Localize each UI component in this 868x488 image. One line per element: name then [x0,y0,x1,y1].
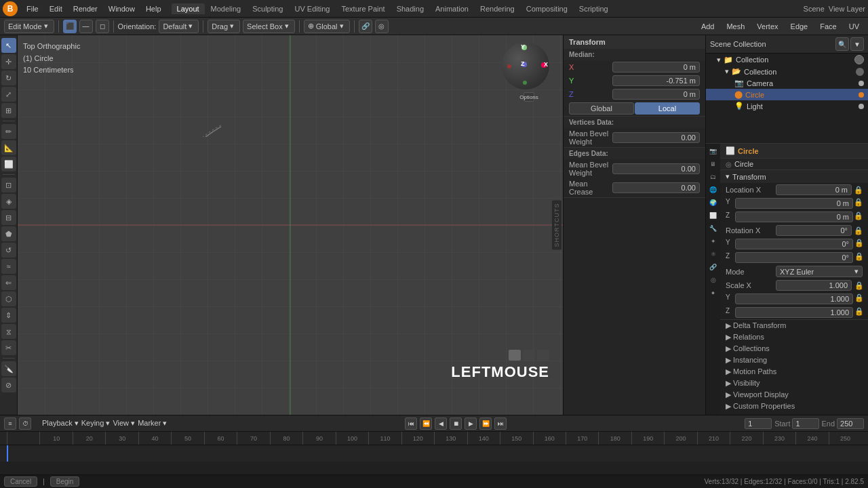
viewport[interactable]: Top Orthographic (1) Circle 10 Centimete… [18,35,563,415]
view-dropdown[interactable]: View ▾ [113,419,135,428]
viewport-nav-gizmo[interactable]: X Y Z Options [502,42,556,96]
annotate-icon[interactable]: ✏ [1,124,16,139]
tab-animation[interactable]: Animation [430,3,474,14]
step-forward-btn[interactable]: ⏩ [479,418,492,430]
mean-bevel-weight2-value[interactable]: 0.00 [612,163,700,174]
step-back-btn[interactable]: ⏪ [420,418,432,430]
data-props-icon[interactable]: ◎ [707,274,719,286]
jump-end-btn[interactable]: ⏭ [494,418,507,430]
mesh-menu-mesh[interactable]: Mesh [722,21,749,32]
rotate-tool-icon[interactable]: ↻ [1,70,16,85]
view-layer-props-icon[interactable]: 🗂 [707,171,719,183]
y-coord-value[interactable]: -0.751 m [612,75,700,86]
prop-section-7[interactable]: ▶ Custom Properties [720,401,868,412]
play-back-btn[interactable]: ◀ [435,418,447,430]
tab-rendering[interactable]: Rendering [475,3,520,14]
material-props-icon[interactable]: ● [707,287,719,299]
menu-render[interactable]: Render [68,3,102,14]
mesh-menu-uv[interactable]: UV [844,21,864,32]
col-eye-icon[interactable] [856,68,864,76]
mesh-select-edge-btn[interactable]: — [79,20,93,33]
outliner-filter-icon[interactable]: ▼ [850,37,864,51]
knife-icon[interactable]: 🔪 [1,361,16,376]
drag-dropdown[interactable]: Drag ▾ [208,20,240,33]
poly-build-icon[interactable]: ⬟ [1,226,16,241]
scale-x-value[interactable]: 1.000 [776,280,852,291]
object-props-icon[interactable]: ⬜ [707,209,719,222]
mesh-select-face-btn[interactable]: ◻ [96,20,109,33]
mean-crease-value[interactable]: 0.00 [612,182,700,193]
tab-sculpting[interactable]: Sculpting [247,3,288,14]
loc-y-lock-icon[interactable]: 🔒 [854,198,863,206]
modifier-props-icon[interactable]: 🔧 [707,222,719,235]
render-props-icon[interactable]: 📷 [707,145,719,157]
scale-y-lock-icon[interactable]: 🔒 [854,293,863,302]
particles-props-icon[interactable]: ✦ [707,235,719,247]
prop-section-5[interactable]: ▶ Visibility [720,378,868,389]
outliner-item-light[interactable]: 💡 Light [706,100,868,112]
prop-section-1[interactable]: ▶ Relations [720,331,868,343]
rot-x-lock-icon[interactable]: 🔒 [854,226,863,235]
tab-modeling[interactable]: Modeling [205,3,247,14]
begin-button[interactable]: Begin [50,476,80,487]
outliner-item-scene-collection[interactable]: ▾ 📁 Collection [706,54,868,66]
loop-cut-icon[interactable]: ⊟ [1,210,16,225]
snap-btn[interactable]: 🔗 [359,20,372,33]
tab-layout[interactable]: Layout [172,3,205,14]
timeline-time-icon[interactable]: ⏱ [19,418,31,430]
global-dropdown[interactable]: ⊕ Global ▾ [304,20,350,33]
mesh-menu-vertex[interactable]: Vertex [752,21,783,32]
shear-icon[interactable]: ⧖ [1,324,16,339]
loc-y-value[interactable]: 0 m [735,198,853,209]
rot-z-lock-icon[interactable]: 🔒 [854,252,863,260]
output-props-icon[interactable]: 🖥 [707,158,719,170]
physics-props-icon[interactable]: ⚛ [707,248,719,260]
timeline-track[interactable] [0,445,868,462]
edit-mode-dropdown[interactable]: Edit Mode ▾ [4,20,54,33]
scale-x-lock-icon[interactable]: 🔒 [854,281,863,289]
mesh-menu-face[interactable]: Face [815,21,841,32]
play-btn[interactable]: ▶ [465,418,477,430]
menu-edit[interactable]: Edit [45,3,67,14]
z-coord-value[interactable]: 0 m [612,89,700,100]
mean-bevel-weight1-value[interactable]: 0.00 [612,132,700,143]
shrink-fatten-icon[interactable]: ⬡ [1,291,16,306]
jump-start-btn[interactable]: ⏮ [405,418,417,430]
loc-z-value[interactable]: 0 m [735,211,853,222]
constraints-props-icon[interactable]: 🔗 [707,261,719,273]
scale-z-lock-icon[interactable]: 🔒 [854,307,863,315]
scale-z-value[interactable]: 1.000 [735,307,853,318]
push-pull-icon[interactable]: ⇕ [1,308,16,323]
move-tool-icon[interactable]: ✛ [1,54,16,69]
outliner-item-collection[interactable]: ▾ 📂 Collection [706,66,868,77]
tab-uv-editing[interactable]: UV Editing [289,3,335,14]
loc-x-value[interactable]: 0 m [776,184,852,195]
loc-z-lock-icon[interactable]: 🔒 [854,211,863,220]
edge-slide-icon[interactable]: ⇐ [1,275,16,290]
tab-scripting[interactable]: Scripting [574,3,614,14]
mesh-select-vert-btn[interactable]: ⬛ [63,20,77,33]
rot-y-value[interactable]: 0° [735,239,853,249]
end-frame-field[interactable]: 250 [837,418,864,429]
rot-z-value[interactable]: 0° [735,252,853,263]
prop-section-0[interactable]: ▶ Delta Transform [720,320,868,331]
cursor-tool-icon[interactable]: ↖ [1,38,16,53]
local-space-btn[interactable]: Local [635,102,700,115]
measure-icon[interactable]: 📐 [1,140,16,155]
prop-section-4[interactable]: ▶ Motion Paths [720,366,868,378]
proportional-edit-btn[interactable]: ◎ [375,20,389,33]
tab-texture-paint[interactable]: Texture Paint [336,3,390,14]
global-space-btn[interactable]: Global [569,102,634,115]
mesh-menu-add[interactable]: Add [696,21,719,32]
current-frame-field[interactable]: 1 [745,418,772,429]
rot-mode-dropdown[interactable]: XYZ Euler ▾ [776,266,863,277]
spin-icon[interactable]: ↺ [1,243,16,258]
tab-shading[interactable]: Shading [391,3,429,14]
playback-dropdown[interactable]: Playback ▾ [42,419,79,428]
outliner-item-circle[interactable]: ⬤ Circle [706,89,868,100]
outliner-item-camera[interactable]: 📷 Camera [706,77,868,89]
tab-compositing[interactable]: Compositing [521,3,573,14]
rot-x-value[interactable]: 0° [776,225,852,236]
scale-tool-icon[interactable]: ⤢ [1,87,16,102]
prop-section-6[interactable]: ▶ Viewport Display [720,389,868,401]
